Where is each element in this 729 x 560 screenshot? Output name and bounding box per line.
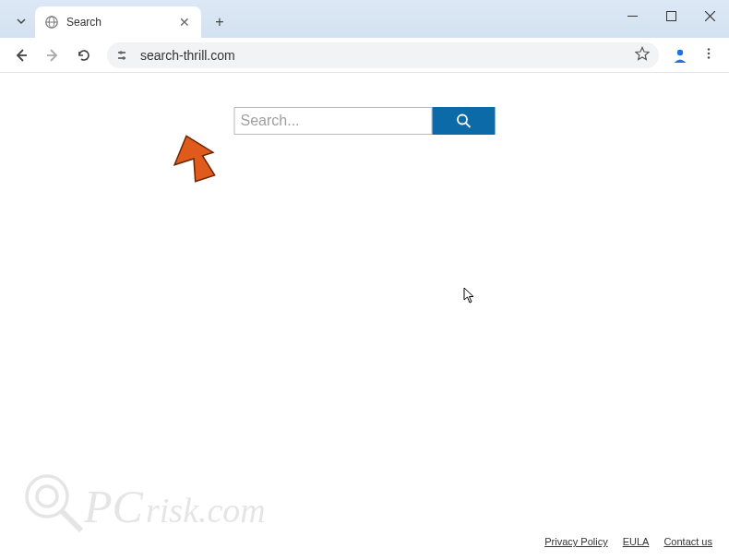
browser-tab[interactable]: Search ✕	[35, 6, 201, 38]
search-input[interactable]: Search...	[234, 107, 433, 135]
svg-point-15	[708, 52, 711, 54]
dots-vertical-icon	[702, 47, 715, 60]
search-icon	[456, 113, 472, 129]
search-form: Search...	[234, 107, 496, 135]
svg-rect-4	[666, 11, 675, 20]
footer-link-eula[interactable]: EULA	[623, 536, 650, 547]
svg-point-10	[119, 51, 123, 54]
svg-line-18	[466, 124, 471, 128]
minimize-button[interactable]	[613, 2, 651, 30]
window-controls	[613, 0, 729, 38]
annotation-arrow	[168, 133, 220, 188]
footer-links: Privacy Policy EULA Contact us	[544, 536, 712, 547]
chevron-down-icon	[16, 16, 27, 27]
globe-icon	[44, 15, 59, 30]
svg-point-12	[122, 56, 125, 60]
arrow-left-icon	[14, 48, 29, 63]
svg-point-14	[708, 48, 711, 51]
mouse-cursor-icon	[463, 287, 476, 307]
tab-search-caret[interactable]	[7, 5, 35, 38]
svg-line-20	[61, 510, 81, 530]
tab-bar: Search ✕ +	[0, 0, 729, 38]
back-button[interactable]	[7, 42, 35, 69]
svg-point-16	[708, 56, 711, 59]
arrow-right-icon	[45, 48, 60, 63]
svg-text:risk.com: risk.com	[146, 491, 266, 530]
site-controls-icon[interactable]	[116, 49, 133, 62]
menu-button[interactable]	[696, 47, 722, 64]
maximize-button[interactable]	[651, 2, 690, 30]
profile-button[interactable]	[668, 43, 692, 67]
bookmark-star-icon[interactable]	[635, 46, 650, 65]
reload-icon	[77, 48, 91, 63]
tab-title: Search	[66, 16, 170, 29]
svg-point-21	[37, 486, 57, 506]
search-button[interactable]	[433, 107, 496, 135]
browser-toolbar: search-thrill.com	[0, 38, 729, 73]
svg-point-17	[458, 115, 467, 125]
forward-button[interactable]	[39, 42, 66, 69]
search-placeholder: Search...	[241, 113, 300, 129]
tab-close-button[interactable]: ✕	[177, 15, 192, 30]
watermark: PC risk.com	[15, 464, 310, 551]
footer-link-contact[interactable]: Contact us	[663, 536, 712, 547]
address-bar[interactable]: search-thrill.com	[107, 42, 659, 68]
footer-link-privacy[interactable]: Privacy Policy	[544, 536, 607, 547]
page-content: Search... PC risk.com Privacy Policy EUL…	[0, 73, 729, 560]
svg-text:PC: PC	[83, 481, 144, 532]
person-icon	[671, 46, 689, 65]
svg-point-13	[677, 49, 683, 54]
url-text: search-thrill.com	[140, 48, 627, 63]
new-tab-button[interactable]: +	[207, 9, 233, 35]
reload-button[interactable]	[70, 42, 98, 69]
close-window-button[interactable]	[690, 2, 729, 30]
